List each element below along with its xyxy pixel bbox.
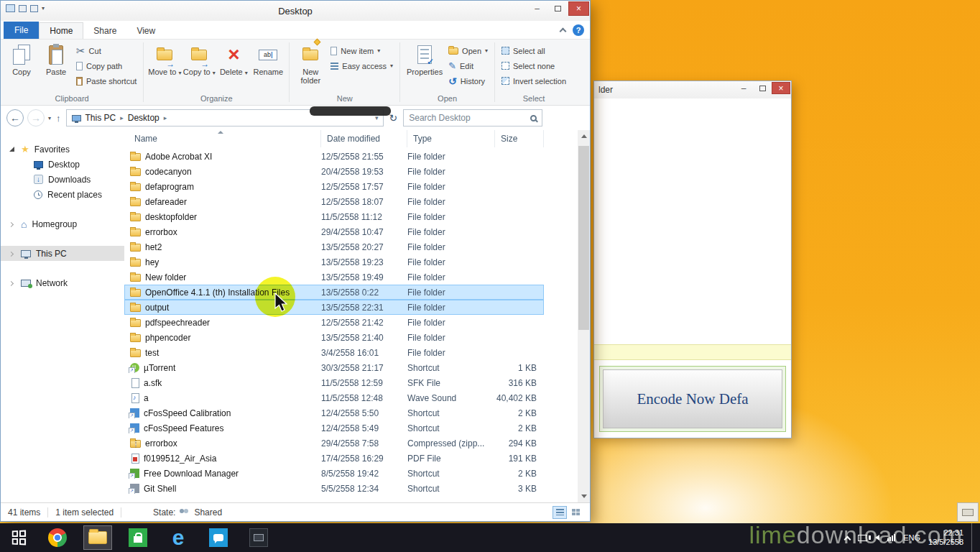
expander-closed-icon[interactable] <box>9 281 14 286</box>
file-row[interactable]: output 13/5/2558 22:31 File folder <box>124 300 544 315</box>
sidebar-item-this-pc[interactable]: This PC <box>1 246 124 261</box>
scrollbar-thumb[interactable] <box>578 146 589 330</box>
edit-button[interactable]: ✎ Edit <box>445 59 491 73</box>
store-taskbar-button[interactable] <box>124 525 152 550</box>
file-row[interactable]: Adobe Acrobat XI 12/5/2558 21:55 File fo… <box>124 149 544 164</box>
cut-button[interactable]: ✂ Cut <box>73 44 139 58</box>
chrome-taskbar-button[interactable] <box>43 525 72 550</box>
rename-button[interactable]: ab Rename <box>251 41 285 76</box>
explorer-close-button[interactable]: × <box>568 1 589 16</box>
scroll-down-icon[interactable] <box>578 490 590 502</box>
copy-to-button[interactable]: → Copy to ▾ <box>182 41 216 78</box>
file-row[interactable]: OpenOffice 4.1.1 (th) Installation Files… <box>124 285 544 300</box>
properties-button[interactable]: Properties <box>404 41 445 76</box>
recent-locations-icon[interactable]: ▾ <box>48 115 51 121</box>
clock[interactable]: 22:31 13/5/2558 <box>928 528 963 547</box>
file-row[interactable]: defaprogram 12/5/2558 17:57 File folder <box>124 179 544 194</box>
hidden-icons-chevron-icon[interactable] <box>844 535 851 543</box>
new-item-button[interactable]: New item ▾ <box>328 44 396 58</box>
file-row[interactable]: cFosSpeed Features 12/4/2558 5:49 Shortc… <box>124 420 544 436</box>
move-to-button[interactable]: → Move to ▾ <box>147 41 182 78</box>
encoder-close-button[interactable]: × <box>772 82 790 94</box>
action-center-icon[interactable] <box>858 535 867 541</box>
expander-open-icon[interactable] <box>9 147 14 152</box>
column-header-date-modified[interactable]: Date modified <box>321 130 407 147</box>
volume-icon[interactable] <box>875 535 879 540</box>
sidebar-item-desktop[interactable]: Desktop <box>1 157 124 172</box>
search-icon[interactable] <box>530 115 537 121</box>
tray-flyout-panel[interactable] <box>957 502 979 522</box>
tab-view[interactable]: View <box>126 23 165 39</box>
language-indicator[interactable]: ENG <box>903 533 920 542</box>
history-button[interactable]: ↺ History <box>445 74 491 88</box>
thumbnails-view-button[interactable] <box>568 506 583 519</box>
open-button[interactable]: Open ▾ <box>445 44 491 58</box>
file-row[interactable]: errorbox 29/4/2558 7:58 Compressed (zipp… <box>124 436 544 451</box>
file-row[interactable]: f0199512_Air_Asia 17/4/2558 16:29 PDF Fi… <box>124 451 544 466</box>
sidebar-item-network[interactable]: Network <box>1 275 124 290</box>
sidebar-item-homegroup[interactable]: ⌂ Homegroup <box>1 216 124 231</box>
search-input[interactable] <box>409 113 530 123</box>
file-row[interactable]: pdfspeechreader 12/5/2558 21:42 File fol… <box>124 315 544 330</box>
copy-button[interactable]: Copy <box>4 41 39 76</box>
explorer-titlebar[interactable]: ▾ Desktop – × <box>1 1 590 21</box>
back-button[interactable]: ← <box>6 109 24 126</box>
messenger-taskbar-button[interactable] <box>204 525 233 550</box>
new-folder-button[interactable]: New folder <box>293 41 328 85</box>
file-row[interactable]: hey 13/5/2558 19:23 File folder <box>124 254 544 270</box>
select-all-button[interactable]: Select all <box>499 44 569 58</box>
column-header-size[interactable]: Size <box>495 130 544 147</box>
search-box[interactable] <box>403 109 542 126</box>
file-row[interactable]: cFosSpeed Calibration 12/4/2558 5:50 Sho… <box>124 405 544 420</box>
select-none-button[interactable]: Select none <box>499 59 569 73</box>
reader-taskbar-button[interactable] <box>244 525 273 550</box>
sidebar-item-recent-places[interactable]: Recent places <box>1 187 124 202</box>
up-button[interactable]: ↑ <box>55 113 63 124</box>
file-row[interactable]: µTorrent 30/3/2558 21:17 Shortcut 1 KB <box>124 360 544 375</box>
paste-shortcut-button[interactable]: Paste shortcut <box>73 74 139 88</box>
easy-access-button[interactable]: Easy access ▾ <box>328 59 396 73</box>
qat-dropdown-icon[interactable]: ▾ <box>42 5 45 12</box>
minimize-ribbon-icon[interactable] <box>560 28 567 35</box>
expander-closed-icon[interactable] <box>9 222 14 227</box>
paste-button[interactable]: Paste <box>39 41 73 76</box>
breadcrumb-desktop[interactable]: Desktop <box>128 113 160 123</box>
scroll-up-icon[interactable] <box>578 130 590 142</box>
column-header-name[interactable]: Name <box>129 130 321 147</box>
file-row[interactable]: defareader 12/5/2558 18:07 File folder <box>124 194 544 209</box>
network-icon[interactable] <box>887 534 895 541</box>
tab-file[interactable]: File <box>4 22 39 39</box>
encoder-maximize-button[interactable] <box>753 82 772 94</box>
expander-closed-icon[interactable] <box>9 252 14 257</box>
tab-home[interactable]: Home <box>39 22 83 39</box>
show-desktop-button[interactable] <box>971 523 976 552</box>
file-row[interactable]: New folder 13/5/2558 19:49 File folder <box>124 270 544 285</box>
file-explorer-taskbar-button[interactable] <box>83 525 112 550</box>
start-button[interactable] <box>0 523 37 552</box>
file-row[interactable]: a 11/5/2558 12:48 Wave Sound 40,402 KB <box>124 390 544 405</box>
invert-selection-button[interactable]: Invert selection <box>499 74 569 88</box>
forward-button[interactable]: → <box>27 109 45 126</box>
explorer-maximize-button[interactable] <box>547 1 568 16</box>
qat-new-folder-icon[interactable] <box>30 5 38 12</box>
file-row[interactable]: Git Shell 5/5/2558 12:34 Shortcut 3 KB <box>124 481 544 496</box>
column-header-type[interactable]: Type <box>407 130 495 147</box>
encode-now-button[interactable]: Encode Now Defa <box>603 369 782 428</box>
file-row[interactable]: test 3/4/2558 16:01 File folder <box>124 345 544 360</box>
help-icon[interactable]: ? <box>573 24 584 36</box>
explorer-minimize-button[interactable]: – <box>527 1 547 16</box>
file-row[interactable]: het2 13/5/2558 20:27 File folder <box>124 239 544 254</box>
internet-explorer-taskbar-button[interactable]: e <box>164 525 193 550</box>
encoder-minimize-button[interactable]: – <box>734 82 753 94</box>
details-view-button[interactable] <box>553 506 567 519</box>
delete-button[interactable]: × Delete ▾ <box>216 41 251 78</box>
file-row[interactable]: codecanyon 20/4/2558 19:53 File folder <box>124 164 544 179</box>
copy-path-button[interactable]: Copy path <box>73 59 139 73</box>
breadcrumb-this-pc[interactable]: This PC <box>85 113 116 123</box>
sidebar-item-downloads[interactable]: ↓ Downloads <box>1 172 124 187</box>
sidebar-item-favorites[interactable]: ★ Favorites <box>1 142 124 157</box>
file-row[interactable]: Free Download Manager 8/5/2558 19:42 Sho… <box>124 466 544 481</box>
file-row[interactable]: a.sfk 11/5/2558 12:59 SFK File 316 KB <box>124 375 544 390</box>
file-row[interactable]: phpencoder 13/5/2558 21:40 File folder <box>124 330 544 345</box>
qat-properties-icon[interactable] <box>19 5 27 12</box>
